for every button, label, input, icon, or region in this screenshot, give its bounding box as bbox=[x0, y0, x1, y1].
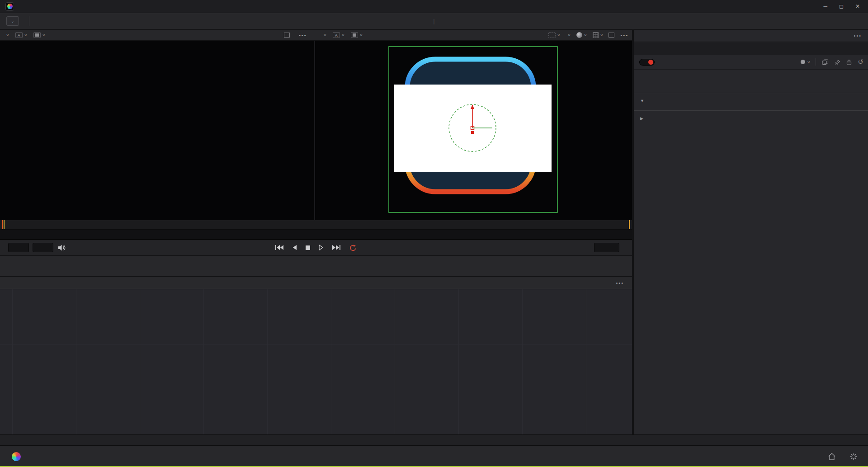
right-viewer-channel-dropdown[interactable]: A∨ bbox=[333, 32, 344, 38]
left-viewer-expand-button[interactable] bbox=[284, 33, 290, 38]
timeline-scrollbar[interactable] bbox=[0, 230, 632, 240]
reference-size-section-header[interactable]: ▶ bbox=[634, 111, 868, 123]
project-title-group: | bbox=[428, 18, 440, 24]
audio-mute-icon[interactable] bbox=[57, 244, 66, 252]
node-tile-color-dropdown[interactable]: ∨ bbox=[801, 60, 810, 64]
transport-bar bbox=[0, 240, 632, 256]
divider: | bbox=[433, 18, 434, 24]
go-to-end-button[interactable] bbox=[332, 245, 341, 250]
range-end-field[interactable] bbox=[33, 243, 53, 252]
range-start-field[interactable] bbox=[8, 243, 29, 252]
left-viewer-channel-dropdown[interactable]: A∨ bbox=[15, 32, 27, 38]
window-maximize-button[interactable]: ◻ bbox=[839, 3, 844, 9]
top-toolbar: ⌄ | bbox=[0, 13, 868, 30]
chevron-down-icon: ▼ bbox=[640, 99, 644, 103]
right-viewer-options-icon[interactable]: ••• bbox=[620, 33, 628, 38]
viewer-and-nodes-column: ∨ A∨ ∨ ••• ∨ A∨ ∨ ∨ ∨ ∨ ∨ bbox=[0, 30, 634, 434]
roi-dropdown[interactable]: ∨ bbox=[548, 32, 560, 38]
playhead[interactable] bbox=[2, 220, 3, 229]
window-minimize-button[interactable]: ─ bbox=[823, 3, 827, 9]
page-navigation-bar bbox=[0, 445, 868, 467]
time-ruler[interactable] bbox=[0, 220, 632, 230]
lut-dropdown[interactable]: ∨ bbox=[566, 33, 571, 37]
current-frame-field[interactable] bbox=[594, 243, 619, 252]
inspector-options-icon[interactable]: ••• bbox=[854, 33, 862, 38]
left-viewer-empty[interactable] bbox=[0, 41, 315, 220]
project-settings-gear-icon[interactable] bbox=[849, 452, 858, 461]
resolve-logo-icon bbox=[12, 452, 21, 461]
menubar: ─ ◻ ✕ bbox=[0, 0, 868, 13]
davinci-resolve-fusion-page: ─ ◻ ✕ ⌄ | ∨ A∨ ∨ •• bbox=[0, 0, 868, 467]
pin-icon[interactable] bbox=[835, 59, 840, 65]
nodes-panel-header: ••• bbox=[0, 277, 632, 289]
color-wheel-dropdown[interactable]: ∨ bbox=[576, 32, 587, 38]
right-viewer-canvas[interactable] bbox=[315, 41, 632, 220]
divider bbox=[29, 16, 29, 26]
inspector-panel: ••• ∨ ↺ ▼ bbox=[634, 30, 868, 434]
lock-icon[interactable] bbox=[846, 59, 852, 65]
node-graph[interactable] bbox=[0, 289, 632, 434]
rendered-logo-preview bbox=[315, 41, 632, 220]
window-close-button[interactable]: ✕ bbox=[855, 3, 860, 9]
viewer-toolbar: ∨ A∨ ∨ ••• ∨ A∨ ∨ ∨ ∨ ∨ ∨ bbox=[0, 30, 632, 41]
render-range-start-marker[interactable] bbox=[4, 220, 5, 229]
render-range-end-marker[interactable] bbox=[629, 220, 630, 229]
node-enable-toggle[interactable] bbox=[639, 59, 655, 66]
right-viewer-fit-dropdown[interactable]: ∨ bbox=[322, 33, 326, 37]
copy-settings-icon[interactable] bbox=[822, 59, 829, 65]
fusion-effects-toolbar bbox=[0, 256, 632, 277]
guides-grid-dropdown[interactable]: ∨ bbox=[593, 32, 603, 38]
chevron-right-icon: ▶ bbox=[640, 116, 643, 121]
status-bar bbox=[0, 434, 868, 445]
ui-layout-toggle-button[interactable]: ⌄ bbox=[6, 16, 19, 26]
nodes-panel-options-icon[interactable]: ••• bbox=[616, 280, 624, 286]
merge-section-header[interactable]: ▼ bbox=[634, 93, 868, 106]
left-viewer-color-dropdown[interactable]: ∨ bbox=[33, 32, 45, 38]
left-viewer-options-icon[interactable]: ••• bbox=[299, 33, 307, 38]
inspector-node-header: ∨ ↺ bbox=[634, 55, 868, 70]
reset-parameters-icon[interactable]: ↺ bbox=[858, 58, 863, 66]
step-back-button[interactable] bbox=[292, 245, 297, 250]
stop-button[interactable] bbox=[305, 245, 311, 250]
right-viewer-expand-button[interactable] bbox=[609, 33, 614, 38]
app-logo-icon[interactable] bbox=[5, 2, 14, 11]
left-viewer-zoom-dropdown[interactable]: ∨ bbox=[5, 33, 9, 37]
project-manager-home-icon[interactable] bbox=[827, 452, 836, 461]
loop-playback-button[interactable] bbox=[349, 244, 357, 251]
go-to-start-button[interactable] bbox=[275, 245, 284, 250]
right-viewer-color-dropdown[interactable]: ∨ bbox=[351, 32, 363, 38]
play-button[interactable] bbox=[319, 245, 324, 250]
